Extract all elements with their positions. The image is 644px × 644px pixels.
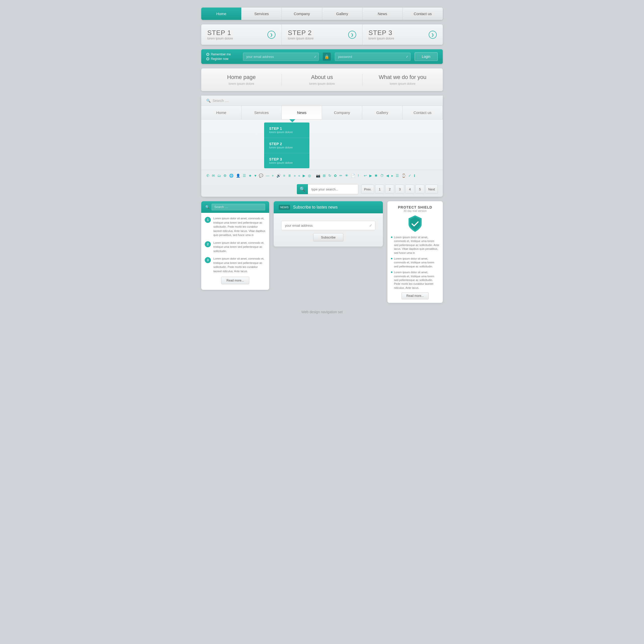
nav2-gallery[interactable]: Gallery — [362, 106, 403, 119]
step-2[interactable]: STEP 2 lorem ipsum dolore ❯ — [282, 24, 362, 45]
page-3[interactable]: 3 — [395, 185, 404, 194]
list-text-3: Lorem ipsum dolor sit amet, commodo et, … — [213, 257, 266, 273]
register-radio[interactable] — [206, 57, 209, 60]
icon-video[interactable]: ▶ — [369, 174, 372, 178]
next-button[interactable]: Next — [425, 185, 438, 194]
register-now-item[interactable]: Register now — [206, 57, 239, 61]
icon-rss[interactable]: ☰ — [243, 174, 246, 178]
dropdown-step2-sub: lorem ipsum dolore — [269, 146, 304, 149]
remember-me-item[interactable]: Remember me — [206, 53, 239, 56]
icon-asterisk[interactable]: ✱ — [375, 174, 378, 178]
icon-file[interactable]: 📄 — [351, 174, 355, 178]
nav2-company[interactable]: Company — [322, 106, 362, 119]
icon-play[interactable]: ▶ — [303, 174, 305, 178]
icon-clock[interactable]: ⏱ — [380, 174, 384, 178]
icon-camera[interactable]: 📷 — [316, 174, 320, 178]
icon-backward[interactable]: « — [298, 174, 300, 178]
page-1[interactable]: 1 — [375, 185, 384, 194]
icon-pencil[interactable]: ✏ — [339, 174, 342, 178]
page-4[interactable]: 4 — [405, 185, 414, 194]
shield-svg — [408, 215, 423, 232]
bullet-dot-1 — [391, 236, 392, 238]
password-input-wrap: ✓ — [335, 53, 411, 61]
page-5[interactable]: 5 — [415, 185, 424, 194]
dropdown-step2[interactable]: STEP 2 lorem ipsum dolore — [264, 138, 309, 153]
step2-sub: lorem ipsum dolore — [288, 37, 348, 40]
nav2-home[interactable]: Home — [201, 106, 241, 119]
icon-user[interactable]: 👤 — [236, 174, 240, 178]
login-checks: Remember me Register now — [206, 53, 239, 61]
subscribe-email-input[interactable] — [281, 221, 375, 230]
dropdown-step1[interactable]: STEP 1 lorem ipsum dolore — [264, 123, 309, 138]
nav1-home[interactable]: Home — [201, 8, 241, 20]
icon-check[interactable]: ✓ — [408, 174, 411, 178]
search-button-2[interactable]: 🔍 — [297, 184, 308, 194]
login-button[interactable]: Login — [415, 52, 438, 61]
icon-grid[interactable]: ⊞ — [323, 174, 326, 178]
step-1[interactable]: STEP 1 lorem ipsum dolore ❯ — [201, 24, 282, 45]
dropdown-step3[interactable]: STEP 3 lorem ipsum dolore — [264, 153, 309, 168]
icon-flower[interactable]: ✿ — [334, 174, 337, 178]
password-input[interactable] — [335, 53, 411, 61]
shield-read-more[interactable]: Read more... — [401, 292, 428, 299]
dropdown-step3-title: STEP 3 — [269, 157, 304, 161]
list-text-1: Lorem ipsum dolor sit amet, commodo et, … — [213, 216, 266, 237]
icon-plus[interactable]: + — [272, 174, 274, 178]
icon-sound[interactable]: 🔊 — [276, 174, 281, 178]
icon-left[interactable]: ◀ — [386, 174, 389, 178]
icon-exclaim[interactable]: ! — [358, 174, 359, 178]
nav1-contact[interactable]: Contact us — [403, 8, 443, 20]
icon-briefcase[interactable]: 🗂 — [217, 174, 221, 178]
icon-chat[interactable]: 💬 — [259, 174, 263, 178]
step3-title: STEP 3 — [369, 29, 429, 37]
remember-radio[interactable] — [206, 53, 209, 56]
shield-bullet-1: Lorem ipsum dolor sit amet, commodo et, … — [391, 235, 439, 255]
search-input-2[interactable] — [308, 184, 358, 194]
pagination: Prev. 1 2 3 4 5 Next — [361, 185, 438, 194]
icon-menu[interactable]: ≡ — [283, 174, 285, 178]
icon-heart[interactable]: ♥ — [254, 174, 256, 178]
icon-info[interactable]: ℹ — [414, 174, 415, 178]
nav2-news[interactable]: News — [282, 106, 322, 119]
icon-pause[interactable]: ⏸ — [288, 174, 291, 178]
email-input[interactable] — [243, 53, 319, 61]
nav2-services[interactable]: Services — [241, 106, 282, 119]
subscribe-button[interactable]: Subscribe — [313, 233, 343, 241]
icon-hook[interactable]: ↩ — [364, 174, 367, 178]
icon-phone[interactable]: ✆ — [206, 174, 209, 178]
nav1-gallery[interactable]: Gallery — [322, 8, 363, 20]
info-homepage-title: Home page — [206, 74, 276, 81]
nav1-services[interactable]: Services — [241, 8, 282, 20]
list-read-more[interactable]: Read more... — [221, 277, 249, 284]
page-2[interactable]: 2 — [385, 185, 394, 194]
remember-me-label: Remember me — [211, 53, 231, 56]
icon-watch[interactable]: ⌚ — [401, 174, 406, 178]
icon-minus[interactable]: — — [266, 174, 269, 178]
nav2-contact[interactable]: Contact us — [403, 106, 443, 119]
icon-target[interactable]: ◎ — [308, 174, 311, 178]
nav1-news[interactable]: News — [363, 8, 403, 20]
dropdown-step3-sub: lorem ipsum dolore — [269, 161, 304, 164]
list-search-input[interactable] — [212, 204, 265, 210]
icon-globe[interactable]: 🌐 — [229, 174, 233, 178]
subscribe-header-label: Subscribe to lastes news — [293, 205, 338, 210]
icon-star[interactable]: ★ — [249, 174, 252, 178]
icon-eye[interactable]: 👁 — [345, 174, 348, 178]
icon-right[interactable]: ▸ — [391, 174, 393, 178]
info-whatwedo-sub: lorem ipsum dolore — [368, 82, 438, 86]
list-widget-header: 🔍 — [201, 201, 269, 213]
icon-gear[interactable]: ⚙ — [223, 174, 227, 178]
nav1-company[interactable]: Company — [282, 8, 322, 20]
step1-sub: lorem ipsum dolore — [207, 37, 267, 40]
dropdown-step1-sub: lorem ipsum dolore — [269, 131, 304, 134]
shield-bullet-3: Lorem ipsum dolor sit amet, commodo et, … — [391, 270, 439, 290]
icon-forward[interactable]: » — [294, 174, 296, 178]
icon-email[interactable]: ✉ — [212, 174, 215, 178]
footer-label: Web design navigation set — [201, 310, 443, 314]
step-3[interactable]: STEP 3 lorem ipsum dolore ❯ — [363, 24, 443, 45]
info-aboutus-title: About us — [287, 74, 357, 81]
prev-button[interactable]: Prev. — [361, 185, 374, 194]
icon-refresh[interactable]: ↻ — [328, 174, 331, 178]
icon-lines[interactable]: ☰ — [396, 174, 399, 178]
bullet-dot-2 — [391, 258, 392, 259]
